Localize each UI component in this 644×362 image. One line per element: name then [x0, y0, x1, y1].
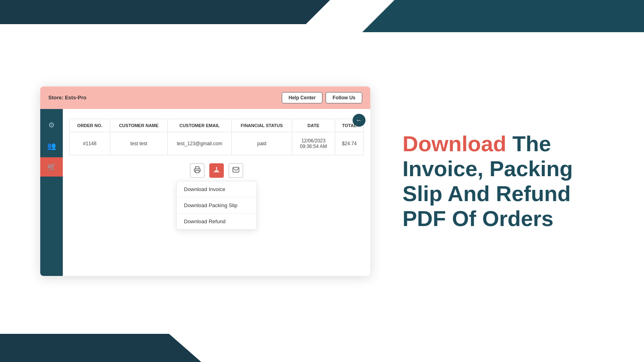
- cell-financial-status: paid: [231, 132, 292, 155]
- corner-decoration-bottom-left: [0, 334, 201, 362]
- app-body: ⚙ 👥 🛒 ← ORDER NO: [40, 109, 370, 276]
- cell-date: 12/06/202309:36:54 AM: [292, 132, 335, 155]
- sidebar-item-users[interactable]: 👥: [40, 136, 63, 156]
- download-button[interactable]: [209, 163, 224, 178]
- print-button[interactable]: [190, 163, 204, 178]
- app-header: Store: Ests-Pro Help Center Follow Us: [40, 86, 370, 109]
- promo-text: Download The Invoice, Packing Slip And R…: [402, 131, 604, 231]
- cell-total: $24.74: [335, 132, 363, 155]
- sidebar: ⚙ 👥 🛒: [40, 109, 63, 276]
- app-window: Store: Ests-Pro Help Center Follow Us ⚙ …: [40, 86, 370, 276]
- cell-customer-name: test test: [110, 132, 167, 155]
- download-icon: [213, 166, 220, 175]
- back-button[interactable]: ←: [353, 114, 365, 127]
- cell-order-no: #1148: [70, 132, 110, 155]
- svg-rect-0: [196, 170, 199, 173]
- svg-rect-1: [233, 167, 239, 172]
- sidebar-item-cart[interactable]: 🛒: [40, 157, 63, 177]
- back-icon: ←: [356, 117, 362, 124]
- col-order-no: ORDER NO.: [70, 119, 110, 132]
- users-icon: 👥: [47, 142, 56, 150]
- promo-highlight: Download: [402, 132, 506, 156]
- sidebar-item-settings[interactable]: ⚙: [40, 115, 63, 135]
- header-buttons: Help Center Follow Us: [282, 92, 362, 103]
- action-icons: [69, 163, 364, 178]
- help-center-button[interactable]: Help Center: [282, 92, 322, 103]
- print-icon: [194, 166, 201, 175]
- main-content: ← ORDER NO. CUSTOMER NAME CUSTOMER EMAIL…: [63, 109, 370, 276]
- follow-us-button[interactable]: Follow Us: [326, 92, 362, 103]
- corner-decoration-top-right: [362, 0, 644, 32]
- table-row: #1148 test test test_123@gmail.com paid …: [70, 132, 364, 155]
- promo-heading: Download The Invoice, Packing Slip And R…: [402, 131, 604, 231]
- corner-decoration-top-left: [0, 0, 386, 24]
- orders-table: ORDER NO. CUSTOMER NAME CUSTOMER EMAIL F…: [69, 119, 364, 155]
- table-header-row: ORDER NO. CUSTOMER NAME CUSTOMER EMAIL F…: [70, 119, 364, 132]
- col-customer-name: CUSTOMER NAME: [110, 119, 167, 132]
- main-layout: Store: Ests-Pro Help Center Follow Us ⚙ …: [0, 32, 644, 330]
- col-financial-status: FINANCIAL STATUS: [231, 119, 292, 132]
- dropdown-item-packing-slip[interactable]: Download Packing Slip: [177, 197, 256, 214]
- cart-icon: 🛒: [47, 162, 56, 171]
- col-customer-email: CUSTOMER EMAIL: [167, 119, 231, 132]
- email-icon: [232, 166, 239, 175]
- dropdown-item-invoice[interactable]: Download Invoice: [177, 181, 256, 197]
- dropdown-menu: Download Invoice Download Packing Slip D…: [176, 181, 257, 230]
- cell-customer-email: test_123@gmail.com: [167, 132, 231, 155]
- gear-icon: ⚙: [48, 121, 55, 130]
- store-label: Store: Ests-Pro: [48, 95, 87, 101]
- dropdown-item-refund[interactable]: Download Refund: [177, 214, 256, 229]
- email-button[interactable]: [229, 163, 243, 178]
- col-date: DATE: [292, 119, 335, 132]
